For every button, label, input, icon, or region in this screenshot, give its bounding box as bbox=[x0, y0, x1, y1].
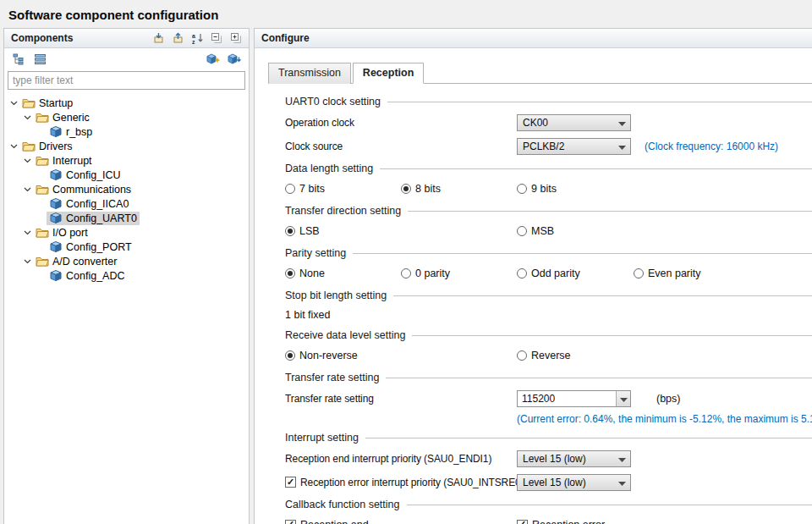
tree-item-label: Config_UART0 bbox=[66, 212, 137, 224]
non-reverse-radio[interactable] bbox=[285, 350, 295, 361]
tree-item-config-icu[interactable]: Config_ICU bbox=[4, 168, 249, 182]
choice-label: 7 bits bbox=[299, 183, 325, 195]
choice-0-parity[interactable]: 0 parity bbox=[401, 268, 517, 279]
tree-flat-view-icon[interactable] bbox=[32, 52, 47, 66]
transfer-rate-combo[interactable] bbox=[517, 390, 631, 407]
lsb-radio[interactable] bbox=[285, 226, 295, 236]
section-title: Transfer rate setting bbox=[285, 372, 379, 383]
clock-source-value: PCLKB/2 bbox=[523, 141, 564, 152]
clock-source-dropdown[interactable]: PCLKB/2 bbox=[517, 138, 631, 155]
tab-reception[interactable]: Reception bbox=[353, 63, 424, 84]
tree-item-drivers[interactable]: Drivers bbox=[4, 139, 249, 153]
reverse-radio[interactable] bbox=[517, 350, 527, 361]
msb-radio[interactable] bbox=[517, 226, 527, 236]
8-bits-radio[interactable] bbox=[401, 184, 411, 194]
choice-7-bits[interactable]: 7 bits bbox=[285, 183, 401, 195]
choice-reception-end[interactable]: Reception end bbox=[285, 519, 401, 524]
tree-item-communications[interactable]: Communications bbox=[4, 182, 249, 196]
tree-item-config-iica0[interactable]: Config_IICA0 bbox=[4, 196, 249, 211]
transfer-rate-combo-arrow[interactable] bbox=[616, 391, 630, 406]
reception-end-checkbox[interactable] bbox=[285, 520, 296, 524]
tree-item-generic[interactable]: Generic bbox=[4, 110, 249, 124]
9-bits-radio[interactable] bbox=[517, 184, 527, 194]
tree-item-startup[interactable]: Startup bbox=[4, 96, 249, 110]
chevron-down-icon[interactable] bbox=[8, 101, 19, 106]
main-area: Components az StartupGenericr_bspDrivers… bbox=[0, 28, 812, 524]
choice-reception-error[interactable]: Reception error bbox=[517, 519, 634, 524]
odd-parity-radio[interactable] bbox=[517, 268, 527, 279]
folder-icon bbox=[36, 256, 49, 267]
0-parity-radio[interactable] bbox=[401, 268, 411, 279]
chevron-down-icon[interactable] bbox=[21, 187, 33, 192]
chevron-down-icon[interactable] bbox=[21, 259, 33, 264]
section-divider bbox=[408, 211, 812, 212]
remove-component-icon[interactable] bbox=[227, 52, 242, 66]
collapse-all-icon[interactable] bbox=[209, 31, 224, 45]
choice-label: Even parity bbox=[648, 268, 701, 279]
choice-label: Odd parity bbox=[531, 268, 580, 279]
choice-9-bits[interactable]: 9 bits bbox=[517, 183, 634, 195]
section-title: Parity setting bbox=[285, 247, 346, 259]
export-component-icon[interactable] bbox=[170, 31, 185, 45]
component-icon bbox=[49, 270, 63, 281]
component-actions-group bbox=[206, 52, 242, 66]
tab-transmission[interactable]: Transmission bbox=[268, 63, 351, 84]
add-component-icon[interactable] bbox=[206, 52, 221, 66]
reception-error-priority-checkbox[interactable] bbox=[285, 477, 296, 488]
folder-icon bbox=[36, 155, 49, 166]
tree-item-interrupt[interactable]: Interrupt bbox=[4, 153, 249, 168]
tree-item-a-d-converter[interactable]: A/D converter bbox=[4, 254, 249, 268]
reception-error-priority-dropdown[interactable]: Level 15 (low) bbox=[517, 474, 631, 491]
tree-item-label: Generic bbox=[52, 112, 90, 124]
choice-8-bits[interactable]: 8 bits bbox=[401, 183, 517, 195]
dropdown-arrow-icon bbox=[618, 141, 626, 152]
sort-alphabetical-icon[interactable]: az bbox=[189, 31, 205, 45]
choice-none[interactable]: None bbox=[285, 268, 401, 279]
components-panel-title: Components bbox=[11, 32, 73, 44]
tree-item-label: Interrupt bbox=[52, 155, 92, 167]
tree-hierarchy-view-icon[interactable] bbox=[11, 52, 26, 66]
import-component-icon[interactable] bbox=[151, 31, 166, 45]
transfer-rate-input[interactable] bbox=[518, 391, 616, 406]
receive-data-level-group: Non-reverseReverse bbox=[285, 348, 812, 363]
tree-item-r-bsp[interactable]: r_bsp bbox=[4, 124, 249, 139]
filter-input[interactable] bbox=[8, 71, 245, 90]
expand-all-icon[interactable] bbox=[228, 31, 244, 45]
tree-item-config-adc[interactable]: Config_ADC bbox=[4, 268, 249, 283]
section-divider bbox=[412, 335, 812, 336]
field-row-clock-source: Clock sourcePCLKB/2(Clock frequency: 160… bbox=[285, 137, 812, 155]
tree-item-content: Config_UART0 bbox=[47, 212, 140, 225]
tree-item-i-o-port[interactable]: I/O port bbox=[4, 225, 249, 240]
tree-item-label: Config_ADC bbox=[66, 270, 124, 282]
choice-non-reverse[interactable]: Non-reverse bbox=[285, 350, 401, 361]
tree-item-config-uart0[interactable]: Config_UART0 bbox=[4, 211, 249, 225]
tree-item-content: Communications bbox=[33, 183, 134, 196]
tree-item-label: Config_IICA0 bbox=[66, 198, 129, 210]
choice-reverse[interactable]: Reverse bbox=[517, 350, 634, 361]
section-divider bbox=[387, 102, 812, 102]
reception-error-checkbox[interactable] bbox=[517, 520, 528, 524]
chevron-down-icon[interactable] bbox=[21, 158, 33, 163]
tree-item-config-port[interactable]: Config_PORT bbox=[4, 240, 249, 254]
choice-lsb[interactable]: LSB bbox=[285, 225, 401, 237]
chevron-down-icon[interactable] bbox=[21, 230, 33, 235]
clock-source-note: (Clock frequency: 16000 kHz) bbox=[645, 141, 778, 152]
choice-odd-parity[interactable]: Odd parity bbox=[517, 268, 634, 279]
reception-end-priority-dropdown[interactable]: Level 15 (low) bbox=[517, 450, 631, 467]
svg-text:a: a bbox=[192, 33, 195, 39]
section-title-row: Parity setting bbox=[285, 245, 812, 261]
chevron-down-icon[interactable] bbox=[8, 144, 19, 149]
section-title: Stop bit length setting bbox=[285, 290, 387, 301]
configure-panel: Configure TransmissionReception UART0 cl… bbox=[254, 28, 812, 524]
even-parity-radio[interactable] bbox=[634, 268, 644, 279]
field-row-operation-clock: Operation clockCK00 bbox=[285, 113, 812, 131]
tree-item-label: r_bsp bbox=[66, 126, 92, 138]
none-radio[interactable] bbox=[285, 268, 295, 279]
operation-clock-dropdown[interactable]: CK00 bbox=[517, 114, 631, 131]
chevron-down-icon[interactable] bbox=[21, 115, 33, 120]
folder-icon bbox=[36, 184, 49, 195]
7-bits-radio[interactable] bbox=[285, 184, 295, 194]
choice-label: Reception end bbox=[300, 519, 369, 524]
choice-msb[interactable]: MSB bbox=[517, 225, 634, 237]
choice-even-parity[interactable]: Even parity bbox=[634, 268, 812, 279]
